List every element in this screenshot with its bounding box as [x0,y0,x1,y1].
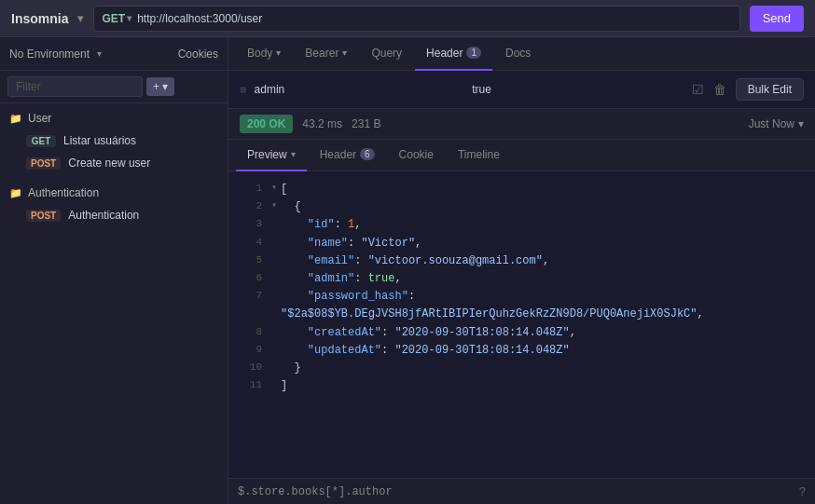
sidebar-item-list-users[interactable]: GET Listar usuários [0,129,228,152]
header-row: ≡ admin true ☑ 🗑 Bulk Edit [228,71,815,109]
list-users-label: Listar usuários [63,134,136,147]
code-line-3: 3 ▾ "id": 1, [228,216,815,234]
timestamp-label: Just Now [749,117,794,130]
user-section-header[interactable]: 📁 User [0,107,228,129]
add-request-button[interactable]: + ▾ [146,77,174,96]
auth-folder-icon: 📁 [9,187,22,199]
resp-tab-cookie[interactable]: Cookie [388,140,445,171]
app-chevron-icon[interactable]: ▾ [77,11,84,25]
header-delete-button[interactable]: 🗑 [711,80,728,99]
resp-tab-header[interactable]: Header 6 [309,140,386,171]
method-selector[interactable]: GET ▾ [102,12,131,25]
fold-icon-1[interactable]: ▾ [271,181,277,196]
response-code-area: 1 ▾ [ 2 ▾ { 3 ▾ "id": 1, 4 ▾ "name": "Vi… [228,171,815,478]
code-line-8: 8 ▾ "createdAt": "2020-09-30T18:08:14.04… [228,324,815,342]
authentication-label: Authentication [68,209,139,222]
code-line-5: 5 ▾ "email": "victoor.soouza@gmail.com", [228,252,815,270]
header-actions: ☑ 🗑 [690,80,728,99]
filter-bar: + ▾ [0,71,228,103]
code-line-11: 11 ▾ ] [228,377,815,395]
url-input[interactable]: http://localhost:3000/user [137,12,731,25]
auth-method-post-tag: POST [26,210,61,222]
code-line-4: 4 ▾ "name": "Victor", [228,235,815,252]
request-tab-bar: Body ▾ Bearer ▾ Query Header 1 Docs [228,37,815,71]
filter-input[interactable] [7,76,143,97]
topbar: Insomnia ▾ GET ▾ http://localhost:3000/u… [0,0,815,37]
response-time: 43.2 ms [302,117,342,130]
timestamp-selector[interactable]: Just Now ▾ [749,117,804,130]
tab-header[interactable]: Header 1 [415,37,492,71]
auth-section: 📁 Authentication POST Authentication [0,178,228,230]
method-chevron-icon: ▾ [127,13,131,23]
resp-tab-timeline[interactable]: Timeline [447,140,511,171]
user-section: 📁 User GET Listar usuários POST Create n… [0,103,228,178]
drag-handle-icon: ≡ [240,83,247,97]
sidebar-item-authentication[interactable]: POST Authentication [0,204,228,226]
code-line-7: 7 ▾ "password_hash": "$2a$08$YB.DEgJVSH8… [228,288,815,323]
bulk-edit-button[interactable]: Bulk Edit [736,78,804,101]
create-user-label: Create new user [68,157,150,170]
response-bar: 200 OK 43.2 ms 231 B Just Now ▾ [228,109,815,140]
cookies-button[interactable]: Cookies [178,48,218,61]
status-badge: 200 OK [240,115,293,133]
code-line-10: 10 ▾ } [228,360,815,377]
sidebar: No Environment ▾ Cookies + ▾ 📁 User GET … [0,37,228,504]
method-get-tag: GET [26,135,56,147]
tab-bearer[interactable]: Bearer ▾ [294,37,358,71]
header-check-button[interactable]: ☑ [690,80,706,99]
url-bar: GET ▾ http://localhost:3000/user [93,6,739,32]
header-value-value: true [472,83,683,96]
main-layout: No Environment ▾ Cookies + ▾ 📁 User GET … [0,37,815,504]
tab-query[interactable]: Query [360,37,413,71]
timestamp-chevron-icon: ▾ [798,117,804,130]
auth-section-label: Authentication [28,186,99,199]
code-line-6: 6 ▾ "admin": true, [228,270,815,288]
jpath-input[interactable] [238,485,794,498]
response-size: 231 B [352,117,380,130]
user-section-label: User [28,112,51,125]
sidebar-item-create-user[interactable]: POST Create new user [0,152,228,174]
bottom-bar: ? [228,478,815,504]
tab-body[interactable]: Body ▾ [236,37,292,71]
resp-tab-preview[interactable]: Preview ▾ [236,140,307,171]
method-label: GET [102,12,125,25]
method-post-tag: POST [26,157,61,170]
env-chevron-icon: ▾ [97,48,102,59]
env-label[interactable]: No Environment [9,48,90,61]
env-bar: No Environment ▾ Cookies [0,37,228,71]
send-button[interactable]: Send [750,6,804,32]
response-tab-bar: Preview ▾ Header 6 Cookie Timeline [228,140,815,171]
code-line-2: 2 ▾ { [228,198,815,216]
help-icon[interactable]: ? [799,484,806,498]
code-line-9: 9 ▾ "updatedAt": "2020-09-30T18:08:14.04… [228,342,815,360]
app-title: Insomnia [11,11,68,26]
code-line-1: 1 ▾ [ [228,181,815,198]
tab-docs[interactable]: Docs [494,37,542,71]
header-key-value: admin [255,83,465,96]
fold-icon-2[interactable]: ▾ [271,198,277,213]
content-area: Body ▾ Bearer ▾ Query Header 1 Docs ≡ ad… [228,37,815,504]
folder-icon: 📁 [9,113,22,125]
auth-section-header[interactable]: 📁 Authentication [0,182,228,204]
